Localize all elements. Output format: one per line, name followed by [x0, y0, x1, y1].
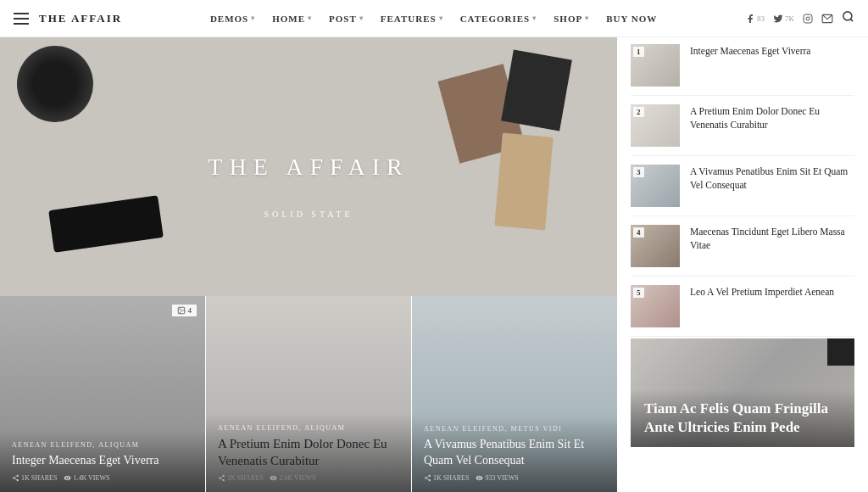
sidebar-item-3[interactable]: 3 A Vivamus Penatibus Enim Sit Et Quam V… — [631, 156, 854, 216]
dropdown-arrow: ▾ — [251, 14, 255, 22]
site-logo[interactable]: THE AFFAIR — [39, 12, 122, 25]
svg-point-1 — [806, 17, 810, 20]
image-count-badge: 4 — [172, 305, 198, 316]
facebook-link[interactable]: 83 — [745, 14, 765, 24]
header-left: THE AFFAIR — [14, 12, 122, 25]
sidebar-thumb-5: 5 — [631, 285, 680, 327]
nav-home[interactable]: HOME ▾ — [272, 14, 312, 24]
search-button[interactable] — [842, 10, 854, 26]
card-2[interactable]: AENEAN ELEIFEND, ALIQUAM A Pretium Enim … — [206, 296, 412, 492]
sidebar-thumb-3: 3 — [631, 165, 680, 207]
svg-line-5 — [850, 19, 853, 21]
sidebar-thumb-2: 2 — [631, 104, 680, 147]
hero-subtitle: SOLID STATE — [264, 210, 353, 219]
card-1-overlay: AENEAN ELEIFEND, ALIQUAM Integer Maecena… — [0, 431, 205, 492]
sidebar: 1 Integer Maecenas Eget Viverra 2 A Pret… — [617, 37, 868, 492]
dropdown-arrow: ▾ — [439, 14, 443, 22]
card-1[interactable]: 4 AENEAN ELEIFEND, ALIQUAM Integer Maece… — [0, 296, 206, 492]
hero-title: THE AFFAIR — [208, 154, 409, 181]
dropdown-arrow: ▾ — [359, 14, 364, 22]
svg-point-4 — [843, 12, 852, 20]
shares-count: 1K SHARES — [12, 474, 57, 482]
svg-point-2 — [810, 15, 810, 16]
sidebar-item-2[interactable]: 2 A Pretium Enim Dolor Donec Eu Venenati… — [631, 96, 854, 156]
sidebar-list: 1 Integer Maecenas Eget Viverra 2 A Pret… — [631, 37, 854, 337]
main-nav: DEMOS ▾ HOME ▾ POST ▾ FEATURES ▾ CATEGOR… — [210, 14, 657, 24]
content-wrapper: THE AFFAIR SOLID STATE 4 AENEAN ELEIFEND… — [0, 37, 868, 492]
nav-buy-now[interactable]: BUY NOW — [606, 14, 657, 24]
nav-categories[interactable]: CATEGORIES ▾ — [460, 14, 537, 24]
card-3-overlay: AENEAN ELEIFEND, METUS VIDI A Vivamus Pe… — [412, 415, 617, 492]
sidebar-thumb-1: 1 — [631, 44, 680, 87]
nav-demos[interactable]: DEMOS ▾ — [210, 14, 255, 24]
hero-image: THE AFFAIR SOLID STATE — [0, 37, 617, 296]
header-right: 83 7K — [745, 10, 854, 26]
views-count: 1.4K VIEWS — [64, 474, 109, 482]
hero-camera-element — [17, 46, 93, 122]
hero-sunglasses-element — [48, 195, 164, 253]
hero-box-dark — [501, 50, 572, 131]
dropdown-arrow: ▾ — [308, 14, 312, 22]
sidebar-item-4[interactable]: 4 Maecenas Tincidunt Eget Libero Massa V… — [631, 216, 854, 277]
cards-row: 4 AENEAN ELEIFEND, ALIQUAM Integer Maece… — [0, 296, 617, 492]
main-area: THE AFFAIR SOLID STATE 4 AENEAN ELEIFEND… — [0, 37, 617, 492]
svg-rect-0 — [804, 14, 812, 23]
banner-overlay: Tiam Ac Felis Quam Fringilla Ante Ultric… — [631, 389, 854, 447]
card-1-meta: 1K SHARES 1.4K VIEWS — [12, 474, 193, 482]
nav-post[interactable]: POST ▾ — [329, 14, 364, 24]
card-2-overlay: AENEAN ELEIFEND, ALIQUAM A Pretium Enim … — [206, 414, 411, 492]
sidebar-item-5[interactable]: 5 Leo A Vel Pretium Imperdiet Aenean — [631, 277, 854, 337]
sidebar-item-1[interactable]: 1 Integer Maecenas Eget Viverra — [631, 37, 854, 96]
nav-shop[interactable]: SHOP ▾ — [554, 14, 589, 24]
banner-corner-decoration — [827, 338, 854, 366]
hero-card-element — [494, 133, 553, 231]
envelope-link[interactable] — [821, 13, 833, 25]
svg-point-7 — [179, 309, 180, 310]
twitter-link[interactable]: 7K — [773, 14, 794, 24]
card-3-meta: 1K SHARES 933 VIEWS — [424, 474, 605, 482]
dropdown-arrow: ▾ — [532, 14, 537, 22]
sidebar-banner[interactable]: Tiam Ac Felis Quam Fringilla Ante Ultric… — [631, 338, 854, 447]
instagram-link[interactable] — [803, 14, 813, 24]
dropdown-arrow: ▾ — [585, 14, 589, 22]
header: THE AFFAIR DEMOS ▾ HOME ▾ POST ▾ FEATURE… — [0, 0, 868, 37]
card-2-meta: 1K SHARES 2.6K VIEWS — [218, 474, 399, 482]
sidebar-thumb-4: 4 — [631, 225, 680, 267]
card-3[interactable]: AENEAN ELEIFEND, METUS VIDI A Vivamus Pe… — [412, 296, 617, 492]
hamburger-menu[interactable] — [14, 13, 29, 25]
nav-features[interactable]: FEATURES ▾ — [381, 14, 443, 24]
